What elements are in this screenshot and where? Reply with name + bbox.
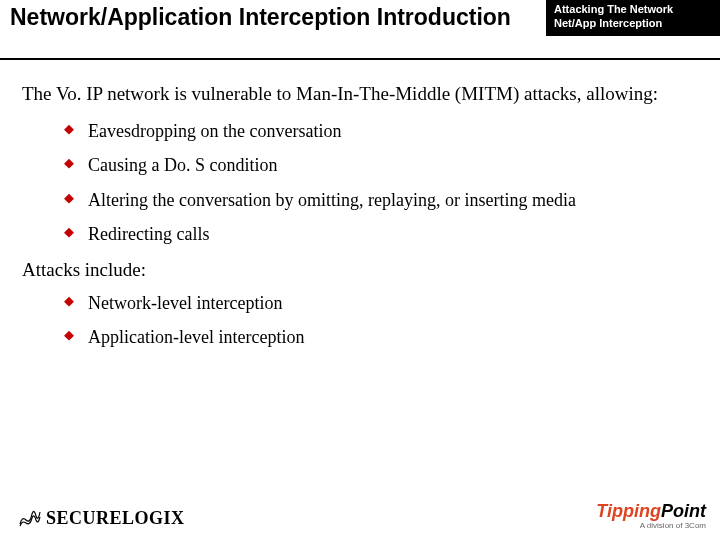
bullet-list-2: Network-level interception Application-l… — [64, 292, 706, 349]
list-item: Network-level interception — [64, 292, 706, 315]
list-item: Altering the conversation by omitting, r… — [64, 189, 706, 212]
context-tab: Attacking The Network Net/App Intercepti… — [546, 0, 720, 36]
list-item: Application-level interception — [64, 326, 706, 349]
tippingpoint-text: TippingPoint — [596, 502, 706, 520]
securelogix-logo: SECURELOGIX — [18, 506, 185, 530]
tp-part-a: Tipping — [596, 501, 661, 521]
slide-footer: SECURELOGIX TippingPoint A division of 3… — [0, 494, 720, 534]
intro-paragraph: The Vo. IP network is vulnerable to Man-… — [22, 82, 706, 106]
intro-paragraph-2: Attacks include: — [22, 258, 706, 282]
tippingpoint-subtext: A division of 3Com — [596, 522, 706, 530]
wave-icon — [18, 506, 42, 530]
slide-header: Attacking The Network Net/App Intercepti… — [0, 0, 720, 60]
tp-part-b: Point — [661, 501, 706, 521]
list-item: Redirecting calls — [64, 223, 706, 246]
tab-line-2: Net/App Interception — [554, 17, 714, 31]
tippingpoint-logo: TippingPoint A division of 3Com — [596, 502, 706, 530]
bullet-list-1: Eavesdropping on the conversation Causin… — [64, 120, 706, 246]
list-item: Eavesdropping on the conversation — [64, 120, 706, 143]
securelogix-text: SECURELOGIX — [46, 508, 185, 529]
slide-body: The Vo. IP network is vulnerable to Man-… — [0, 60, 720, 349]
tab-line-1: Attacking The Network — [554, 3, 714, 17]
list-item: Causing a Do. S condition — [64, 154, 706, 177]
